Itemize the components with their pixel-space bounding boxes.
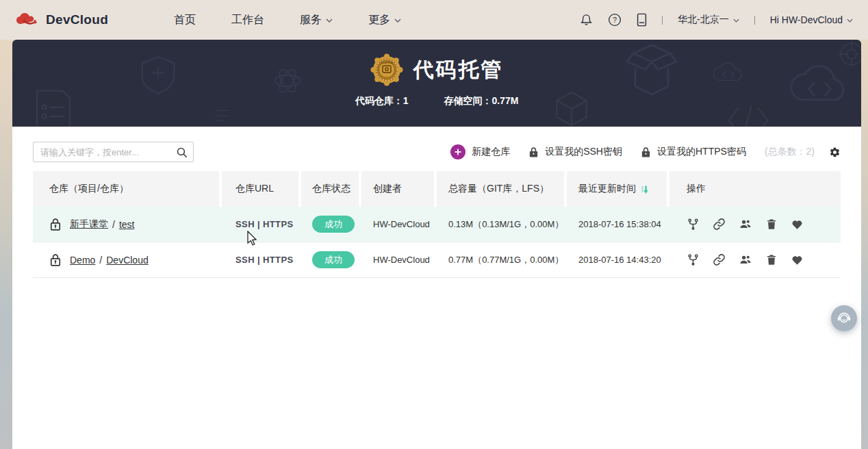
nav-item-more[interactable]: 更多 bbox=[368, 13, 401, 27]
headset-icon bbox=[836, 310, 852, 326]
creator-cell: HW-DevCloud bbox=[373, 255, 430, 265]
creator-cell: HW-DevCloud bbox=[373, 219, 430, 229]
private-lock-icon bbox=[49, 218, 62, 231]
search-icon[interactable] bbox=[176, 146, 188, 161]
repo-url-links[interactable]: SSH | HTTPS bbox=[235, 219, 294, 229]
table-settings-gear-icon[interactable] bbox=[829, 146, 841, 158]
list-pattern-icon bbox=[212, 105, 233, 126]
page-title: 代码托管 bbox=[413, 56, 504, 84]
link-icon[interactable] bbox=[713, 253, 726, 266]
private-lock-icon bbox=[49, 253, 62, 267]
table-header: 仓库（项目/仓库） 仓库URL 仓库状态 创建者 总容量（GIT库，LFS） 最… bbox=[33, 171, 841, 207]
set-ssh-key-button[interactable]: 设置我的SSH密钥 bbox=[528, 146, 622, 158]
mobile-app-icon[interactable] bbox=[637, 13, 647, 27]
repo-table: 仓库（项目/仓库） 仓库URL 仓库状态 创建者 总容量（GIT库，LFS） 最… bbox=[33, 171, 841, 278]
brand-name: DevCloud bbox=[46, 12, 108, 27]
new-repo-button[interactable]: 新建仓库 bbox=[450, 144, 510, 159]
repo-cell: 新手课堂 / test bbox=[33, 218, 219, 231]
status-badge: 成功 bbox=[312, 251, 355, 268]
toolbar-right: 新建仓库 设置我的SSH密钥 设置我的HTTPS密码 (总条数：2) bbox=[450, 144, 841, 159]
col-header-creator[interactable]: 创建者 bbox=[361, 171, 434, 207]
notifications-bell-icon[interactable] bbox=[580, 13, 593, 27]
svg-text:CodeHub: CodeHub bbox=[381, 61, 393, 64]
chevron-down-icon bbox=[394, 18, 401, 23]
nav-item-services[interactable]: 服务 bbox=[300, 13, 333, 27]
devcloud-cloud-icon bbox=[15, 12, 40, 28]
separator: / bbox=[112, 219, 115, 230]
repo-cell: Demo / DevCloud bbox=[33, 253, 219, 267]
content-area: 新建仓库 设置我的SSH密钥 设置我的HTTPS密码 (总条数：2) 仓库（ bbox=[12, 127, 861, 278]
size-cell: 0.13M（0.13M/1G，0.00M） bbox=[448, 218, 563, 231]
table-row[interactable]: Demo / DevCloud SSH | HTTPS 成功 HW-DevClo… bbox=[33, 242, 841, 278]
divider bbox=[662, 16, 663, 25]
devcloud-logo[interactable]: DevCloud bbox=[15, 12, 108, 28]
repo-link[interactable]: DevCloud bbox=[106, 255, 148, 266]
nav-right: ? 华北-北京一 Hi HW-DevCloud bbox=[580, 13, 853, 27]
project-link[interactable]: Demo bbox=[70, 255, 95, 266]
user-menu[interactable]: Hi HW-DevCloud bbox=[770, 14, 853, 25]
region-selector[interactable]: 华北-北京一 bbox=[678, 14, 739, 26]
divider bbox=[754, 16, 755, 25]
link-icon[interactable] bbox=[713, 218, 726, 231]
members-icon[interactable] bbox=[739, 218, 752, 231]
delete-icon[interactable] bbox=[765, 253, 778, 266]
status-badge: 成功 bbox=[312, 216, 355, 233]
help-icon[interactable]: ? bbox=[608, 13, 622, 27]
total-count-label: (总条数：2) bbox=[765, 146, 815, 158]
separator: / bbox=[99, 255, 102, 266]
main-panel: CodeHub 代码托管 代码仓库：1 存储空间：0.77M bbox=[12, 40, 861, 449]
updated-cell: 2018-07-16 15:38:04 bbox=[578, 219, 661, 229]
col-header-size[interactable]: 总容量（GIT库，LFS） bbox=[437, 171, 564, 207]
members-icon[interactable] bbox=[739, 253, 752, 266]
col-header-updated[interactable]: 最近更新时间 bbox=[567, 171, 667, 207]
col-header-status[interactable]: 仓库状态 bbox=[301, 171, 359, 207]
size-cell: 0.77M（0.77M/1G，0.00M） bbox=[448, 254, 563, 266]
codehub-banner: CodeHub 代码托管 代码仓库：1 存储空间：0.77M bbox=[12, 40, 861, 127]
nav-item-home[interactable]: 首页 bbox=[174, 13, 196, 27]
search-box bbox=[33, 142, 194, 162]
col-header-repo[interactable]: 仓库（项目/仓库） bbox=[33, 171, 219, 207]
codehub-badge-icon: CodeHub bbox=[370, 53, 403, 86]
storage-stat: 存储空间：0.77M bbox=[444, 95, 518, 107]
row-actions bbox=[669, 218, 841, 231]
project-link[interactable]: 新手课堂 bbox=[70, 218, 108, 231]
table-row[interactable]: 新手课堂 / test SSH | HTTPS 成功 HW-DevCloud 0… bbox=[33, 207, 841, 242]
repo-url-links[interactable]: SSH | HTTPS bbox=[235, 255, 294, 265]
chevron-down-icon bbox=[847, 18, 853, 23]
favorite-icon[interactable] bbox=[791, 218, 804, 231]
chevron-down-icon bbox=[733, 18, 739, 23]
updated-cell: 2018-07-16 14:43:20 bbox=[578, 255, 661, 265]
toolbar: 新建仓库 设置我的SSH密钥 设置我的HTTPS密码 (总条数：2) bbox=[33, 142, 841, 162]
repo-link[interactable]: test bbox=[119, 219, 135, 230]
sort-descending-icon[interactable] bbox=[640, 185, 648, 194]
set-https-password-button[interactable]: 设置我的HTTPS密码 bbox=[641, 146, 746, 158]
favorite-icon[interactable] bbox=[791, 254, 804, 266]
plus-icon bbox=[450, 144, 465, 159]
top-nav: DevCloud 首页 工作台 服务 更多 ? 华北-北京一 Hi HW-Dev… bbox=[0, 0, 868, 40]
row-actions bbox=[669, 253, 841, 266]
lock-icon bbox=[641, 146, 651, 158]
chevron-down-icon bbox=[326, 18, 333, 23]
main-nav: 首页 工作台 服务 更多 bbox=[174, 13, 401, 27]
nav-item-workspace[interactable]: 工作台 bbox=[231, 13, 264, 27]
col-header-actions: 操作 bbox=[669, 171, 841, 207]
banner-stats: 代码仓库：1 存储空间：0.77M bbox=[12, 95, 861, 107]
git-branch-icon[interactable] bbox=[687, 218, 700, 231]
customer-service-button[interactable] bbox=[831, 305, 857, 331]
search-input[interactable] bbox=[33, 142, 194, 162]
svg-text:?: ? bbox=[613, 16, 617, 24]
delete-icon[interactable] bbox=[765, 218, 778, 231]
lock-icon bbox=[528, 146, 539, 158]
col-header-url[interactable]: 仓库URL bbox=[222, 171, 298, 207]
repo-count-stat: 代码仓库：1 bbox=[355, 95, 409, 107]
banner-head: CodeHub 代码托管 bbox=[12, 40, 861, 86]
git-branch-icon[interactable] bbox=[687, 253, 700, 266]
